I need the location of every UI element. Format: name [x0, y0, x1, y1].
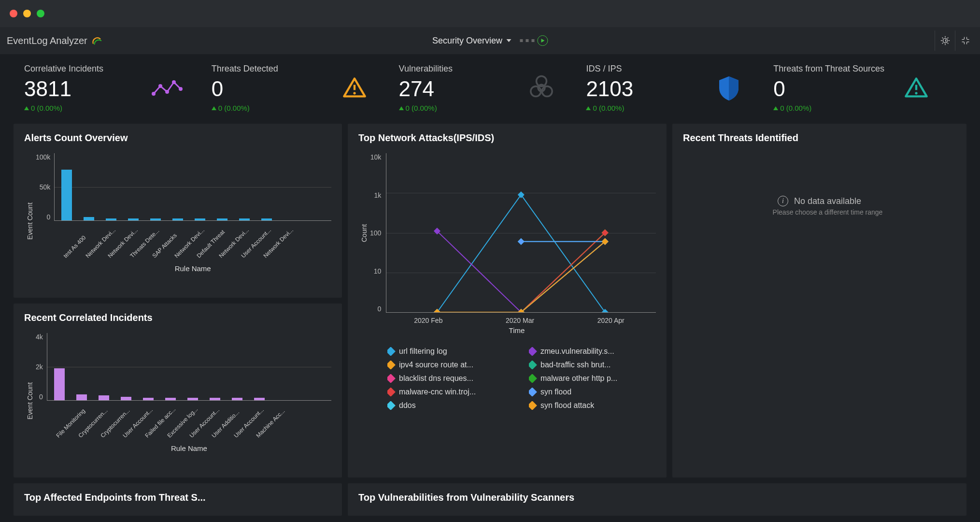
bar[interactable]	[195, 218, 205, 220]
bar[interactable]	[254, 398, 265, 400]
kpi-label: Vulnerabilities	[399, 64, 453, 74]
legend-item[interactable]: syn flood	[529, 388, 656, 396]
brand-swirl-icon	[91, 35, 102, 46]
fullscreen-collapse-icon	[961, 36, 970, 45]
legend-marker-icon	[529, 388, 537, 396]
x-tick-label: User Additio...	[210, 427, 222, 439]
x-tick-label: User Account...	[188, 427, 200, 439]
legend-marker-icon	[529, 401, 537, 410]
legend-item[interactable]: ipv4 source route at...	[387, 361, 514, 369]
kpi-delta: 0 (0.00%)	[586, 104, 633, 112]
bar[interactable]	[54, 368, 65, 401]
kpi-value: 3811	[24, 77, 103, 101]
svg-rect-33	[518, 238, 525, 245]
x-tick-label: Network Devi...	[85, 247, 97, 259]
legend-item[interactable]: malware-cnc win.troj...	[387, 388, 514, 396]
warning-triangle-icon	[339, 72, 370, 103]
legend-item[interactable]: blacklist dns reques...	[387, 374, 514, 383]
legend-label: zmeu.vulnerability.s...	[540, 347, 614, 356]
kpi-threat-sources[interactable]: Threats from Threat Sources 0 0 (0.00%)	[773, 64, 961, 112]
x-labels: File MonitoringCryptocurren...Cryptocurr…	[47, 403, 331, 409]
legend-marker-icon	[529, 347, 537, 356]
legend-item[interactable]: zmeu.vulnerability.s...	[529, 347, 656, 356]
x-labels: test As 400Network Devi...Network Devi..…	[54, 223, 331, 230]
y-axis-label: Event Count	[24, 153, 36, 289]
network-linechart: Count 10k1k100100 2020 Feb2020 Mar2020 A…	[358, 147, 656, 469]
svg-point-7	[353, 92, 355, 94]
y-ticks: 10k1k100100	[370, 153, 386, 313]
no-data-placeholder: i No data available Please choose a diff…	[683, 147, 956, 469]
svg-point-5	[179, 87, 183, 91]
kpi-row: Correlative Incidents 3811 0 (0.00%) Thr…	[0, 54, 980, 124]
kpi-vulnerabilities[interactable]: Vulnerabilities 274 0 (0.00%)	[399, 64, 586, 112]
kpi-threats-detected[interactable]: Threats Detected 0 0 (0.00%)	[212, 64, 399, 112]
bar[interactable]	[239, 218, 250, 220]
up-arrow-icon	[212, 106, 216, 110]
legend-item[interactable]: url filtering log	[387, 347, 514, 356]
dashboard-selector[interactable]: Security Overview	[432, 36, 511, 46]
slideshow-controls	[520, 35, 548, 46]
dashboard-title: Security Overview	[432, 36, 502, 46]
x-axis-title: Time	[358, 326, 656, 334]
fullscreen-button[interactable]	[955, 30, 975, 51]
bar[interactable]	[106, 218, 116, 220]
bar[interactable]	[61, 170, 72, 220]
svg-rect-15	[518, 191, 525, 198]
bar[interactable]	[232, 398, 242, 400]
bar[interactable]	[143, 398, 154, 400]
panel-title: Recent Threats Identified	[683, 132, 956, 144]
play-button[interactable]	[537, 35, 548, 46]
legend-label: malware-cnc win.troj...	[399, 388, 476, 396]
slide-dot	[520, 39, 523, 42]
theme-toggle-button[interactable]	[935, 30, 955, 51]
kpi-label: Threats from Threat Sources	[773, 64, 884, 74]
legend-label: blacklist dns reques...	[399, 374, 473, 383]
legend-item[interactable]: syn flood attack	[529, 401, 656, 410]
recent-corr-barchart: Event Count 4k2k0 File MonitoringCryptoc…	[24, 327, 331, 469]
bar[interactable]	[172, 218, 183, 220]
kpi-label: IDS / IPS	[586, 64, 633, 74]
bar[interactable]	[76, 394, 87, 400]
legend-item[interactable]: malware other http p...	[529, 374, 656, 383]
svg-point-3	[165, 90, 169, 94]
y-ticks: 4k2k0	[36, 333, 47, 401]
y-axis-label: Event Count	[24, 333, 36, 469]
maximize-window-button[interactable]	[37, 10, 44, 17]
x-tick-label: Network Devi...	[262, 247, 274, 259]
x-tick-label: SAP Attacks	[151, 247, 163, 259]
y-axis-label: Count	[358, 153, 370, 313]
bar[interactable]	[84, 217, 94, 220]
kpi-correlative-incidents[interactable]: Correlative Incidents 3811 0 (0.00%)	[24, 64, 212, 112]
legend-item[interactable]: ddos	[387, 401, 514, 410]
bar[interactable]	[121, 397, 131, 400]
legend-marker-icon	[387, 361, 396, 369]
play-icon	[541, 39, 545, 43]
close-window-button[interactable]	[10, 10, 17, 17]
theme-icon	[940, 35, 951, 46]
slide-dot	[526, 39, 528, 42]
x-tick-label: test As 400	[62, 247, 74, 259]
legend-marker-icon	[387, 388, 396, 396]
slide-dot	[531, 39, 534, 42]
bar[interactable]	[128, 218, 139, 220]
brand-label: EventLog Analyzer	[7, 35, 87, 46]
x-tick-label: User Account...	[121, 427, 133, 439]
x-tick-label: 2020 Mar	[506, 317, 534, 324]
bar[interactable]	[217, 218, 227, 220]
no-data-text: No data available	[794, 196, 861, 206]
legend-item[interactable]: bad-traffic ssh brut...	[529, 361, 656, 369]
minimize-window-button[interactable]	[23, 10, 31, 17]
kpi-delta: 0 (0.00%)	[773, 104, 884, 112]
bar[interactable]	[261, 218, 272, 220]
bar[interactable]	[150, 218, 161, 220]
legend-label: malware other http p...	[540, 374, 617, 383]
kpi-ids-ips[interactable]: IDS / IPS 2103 0 (0.00%)	[586, 64, 773, 112]
bar[interactable]	[99, 395, 109, 401]
bar[interactable]	[210, 398, 220, 400]
x-tick-label: Cryptocurren...	[77, 427, 89, 439]
bar[interactable]	[187, 398, 198, 400]
line-svg	[386, 153, 656, 312]
svg-point-2	[158, 84, 162, 88]
legend-marker-icon	[529, 361, 537, 369]
bar[interactable]	[165, 398, 176, 400]
